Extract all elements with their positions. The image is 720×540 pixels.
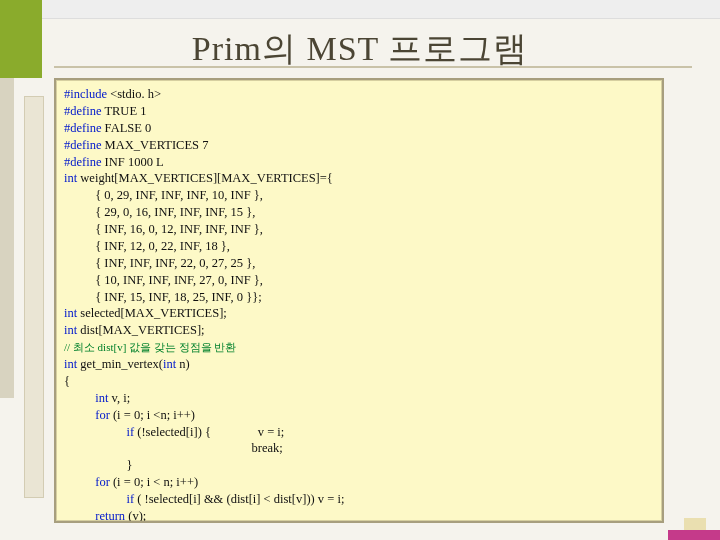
code-kw: #include [64,87,107,101]
code-text: TRUE 1 [101,104,146,118]
code-text: (i = 0; i < n; i++) [110,475,198,489]
code-text: MAX_VERTICES 7 [101,138,208,152]
slide-title: Prim의 MST 프로그램 [0,26,720,72]
code-text: weight[MAX_VERTICES][MAX_VERTICES]={ [77,171,333,185]
code-text: v, i; [108,391,130,405]
code-text: { 29, 0, 16, INF, INF, INF, 15 }, [64,205,255,219]
code-kw: #define [64,138,101,152]
deco-accent-side-b [24,96,44,498]
code-text: <stdio. h> [107,87,161,101]
code-text: (!selected[i]) { v = i; [134,425,284,439]
code-text: { [64,374,70,388]
code-text: { 0, 29, INF, INF, INF, 10, INF }, [64,188,263,202]
code-comment: // 최소 dist[v] 값을 갖는 정점을 반환 [64,341,236,353]
code-type: int [64,171,77,185]
code-text: INF 1000 L [101,155,163,169]
code-text: { INF, 16, 0, 12, INF, INF, INF }, [64,222,263,236]
code-kw: #define [64,155,101,169]
code-text: dist[MAX_VERTICES]; [77,323,204,337]
code-text: { INF, INF, INF, 22, 0, 27, 25 }, [64,256,255,270]
code-kw: if [64,425,134,439]
code-kw: #define [64,104,101,118]
code-type: int [64,323,77,337]
code-kw: #define [64,121,101,135]
code-type: int [163,357,176,371]
code-text: break; [64,441,283,455]
code-text: get_min_vertex( [77,357,163,371]
code-text: { INF, 15, INF, 18, 25, INF, 0 }}; [64,290,262,304]
code-text: n) [176,357,190,371]
code-kw: for [64,408,110,422]
code-listing: #include <stdio. h> #define TRUE 1 #defi… [64,86,654,523]
code-text: { 10, INF, INF, INF, 27, 0, INF }, [64,273,263,287]
code-text: (i = 0; i <n; i++) [110,408,195,422]
deco-corner [668,514,720,540]
code-text: } [64,458,133,472]
code-kw: if [64,492,134,506]
deco-top-strip [42,0,720,19]
deco-accent-side-a [0,78,14,398]
code-text: selected[MAX_VERTICES]; [77,306,227,320]
code-text: FALSE 0 [101,121,151,135]
code-box: #include <stdio. h> #define TRUE 1 #defi… [54,78,664,523]
code-text: { INF, 12, 0, 22, INF, 18 }, [64,239,230,253]
code-kw: for [64,475,110,489]
code-type: int [64,391,108,405]
code-type: int [64,306,77,320]
code-text: (v); [125,509,146,523]
code-kw: return [64,509,125,523]
code-type: int [64,357,77,371]
code-text: ( !selected[i] && (dist[i] < dist[v])) v… [134,492,344,506]
